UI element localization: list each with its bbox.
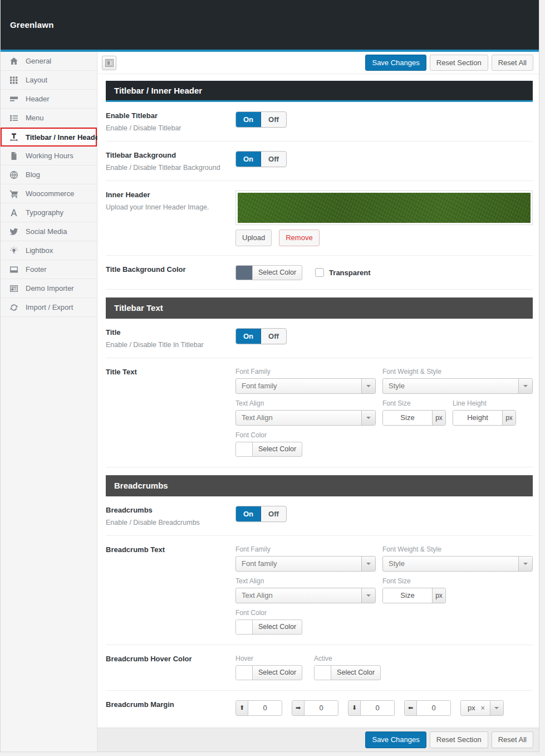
unit-px: px: [432, 411, 445, 425]
select-color-button[interactable]: Select Color: [253, 266, 302, 280]
home-icon: [9, 57, 18, 66]
color-swatch[interactable]: [236, 666, 253, 680]
title-text-align-select[interactable]: Text Align: [235, 410, 376, 426]
color-swatch[interactable]: [236, 442, 253, 456]
toggle-on[interactable]: On: [236, 506, 261, 521]
margin-bottom-input[interactable]: [361, 701, 394, 715]
unit-px: px: [502, 411, 515, 425]
select-color-button[interactable]: Select Color: [331, 666, 380, 680]
arrow-left-icon: ⬅: [405, 701, 417, 715]
inner-header-image: [238, 193, 531, 223]
field-desc: Upload your Inner Header Image.: [106, 203, 227, 211]
top-toolbar: Save Changes Reset Section Reset All: [97, 52, 539, 74]
titlebar-icon: [9, 133, 18, 142]
field-label: Title Text: [106, 368, 227, 376]
toggle-off[interactable]: Off: [261, 112, 286, 127]
sidebar-item-label: Import / Export: [26, 303, 73, 311]
enable-titlebar-toggle: On Off: [235, 111, 287, 128]
sidebar-item-label: Header: [26, 95, 50, 103]
field-row-inner-header: Inner Header Upload your Inner Header Im…: [106, 181, 533, 256]
reset-section-button[interactable]: Reset Section: [430, 55, 488, 71]
select-color-button[interactable]: Select Color: [253, 666, 302, 680]
sidebar-item-label: Layout: [26, 76, 47, 84]
expand-options-button[interactable]: [102, 56, 116, 70]
sidebar-item-menu[interactable]: Menu: [1, 109, 97, 128]
transparent-checkbox[interactable]: [315, 268, 324, 277]
margin-right-field: ➡: [292, 700, 338, 716]
sidebar-item-import-export[interactable]: Import / Export: [1, 298, 97, 317]
chevron-down-icon[interactable]: [518, 379, 532, 393]
field-row-title-background-color: Title Background Color Select Color Tran…: [106, 256, 533, 290]
toggle-off[interactable]: Off: [261, 329, 286, 344]
chevron-down-icon[interactable]: [490, 701, 503, 715]
font-size-input[interactable]: [383, 588, 432, 603]
reset-all-button[interactable]: Reset All: [492, 55, 533, 71]
save-changes-button-bottom[interactable]: Save Changes: [365, 731, 426, 748]
field-label: Breadcrumb Text: [106, 545, 227, 554]
margin-right-input[interactable]: [305, 701, 338, 715]
margin-left-input[interactable]: [417, 701, 450, 715]
sidebar-item-working-hours[interactable]: Working Hours: [1, 147, 97, 165]
breadcrumb-font-family-select[interactable]: Font family: [235, 556, 376, 572]
chevron-down-icon[interactable]: [361, 411, 375, 425]
section-header-titlebar-inner-header: Titlebar / Inner Header: [106, 81, 533, 102]
sidebar-item-lightbox[interactable]: Lightbox: [1, 241, 97, 260]
breadcrumb-font-weight-select[interactable]: Style: [382, 556, 533, 572]
sidebar-item-footer[interactable]: Footer: [1, 260, 97, 279]
toggle-on[interactable]: On: [236, 152, 261, 167]
reset-all-button-bottom[interactable]: Reset All: [492, 731, 533, 748]
sidebar-item-layout[interactable]: Layout: [1, 71, 97, 90]
field-label: Title: [106, 328, 227, 336]
field-desc: Enable / Disable Titlebar: [106, 124, 227, 132]
upload-button[interactable]: Upload: [235, 230, 272, 246]
line-height-input[interactable]: [453, 411, 502, 425]
transparent-label: Transparent: [329, 269, 370, 277]
sidebar-item-label: Titlebar / Inner Header: [26, 133, 102, 142]
title-font-weight-select[interactable]: Style: [382, 378, 533, 394]
font-size-input[interactable]: [383, 411, 432, 425]
sidebar: General Layout Header Menu Titlebar / In…: [1, 52, 97, 752]
toggle-on[interactable]: On: [236, 112, 261, 127]
sidebar-item-woocommerce[interactable]: Woocommerce: [1, 184, 97, 203]
breadcrumb-text-align-select[interactable]: Text Align: [235, 588, 376, 603]
chevron-down-icon[interactable]: [361, 379, 375, 393]
menu-list-icon: [9, 114, 18, 123]
sidebar-item-header[interactable]: Header: [1, 90, 97, 109]
toggle-off[interactable]: Off: [261, 152, 286, 167]
save-changes-button[interactable]: Save Changes: [365, 55, 426, 71]
margin-top-input[interactable]: [248, 701, 282, 715]
chevron-down-icon[interactable]: [361, 557, 375, 571]
footer-icon: [9, 265, 18, 274]
sidebar-item-demo-importer[interactable]: Demo Importer: [1, 279, 97, 298]
reset-section-button-bottom[interactable]: Reset Section: [430, 731, 488, 748]
field-label: Breadcrumb Hover Color: [106, 655, 227, 663]
chevron-down-icon[interactable]: [361, 588, 375, 603]
sidebar-item-blog[interactable]: Blog: [1, 165, 97, 184]
color-swatch[interactable]: [236, 266, 253, 280]
color-swatch[interactable]: [315, 666, 331, 680]
inner-header-image-frame: [235, 191, 533, 225]
sidebar-item-typography[interactable]: Typography: [1, 203, 97, 222]
margin-unit-select[interactable]: px ×: [460, 700, 504, 716]
title-font-family-select[interactable]: Font family: [235, 378, 376, 394]
select-color-button[interactable]: Select Color: [253, 442, 302, 456]
clear-icon[interactable]: ×: [481, 704, 490, 712]
sidebar-item-label: Blog: [26, 170, 40, 179]
remove-button[interactable]: Remove: [279, 230, 319, 246]
toggle-off[interactable]: Off: [261, 506, 286, 521]
title-line-height-field: px: [453, 410, 516, 426]
toggle-on[interactable]: On: [236, 329, 261, 344]
sidebar-item-label: General: [26, 57, 51, 65]
sidebar-item-titlebar-inner-header[interactable]: Titlebar / Inner Header: [1, 128, 97, 147]
select-color-button[interactable]: Select Color: [253, 620, 302, 634]
sidebar-item-label: Typography: [26, 208, 63, 217]
chevron-down-icon[interactable]: [518, 557, 532, 571]
unit-value: px: [461, 704, 481, 712]
section-header-titlebar-text: Titlebar Text: [106, 297, 533, 319]
active-label: Active: [314, 655, 381, 662]
text-align-label: Text Align: [235, 399, 376, 407]
color-swatch[interactable]: [236, 620, 253, 634]
sidebar-item-general[interactable]: General: [1, 52, 97, 71]
header-icon: [9, 95, 18, 104]
sidebar-item-social-media[interactable]: Social Media: [1, 222, 97, 241]
